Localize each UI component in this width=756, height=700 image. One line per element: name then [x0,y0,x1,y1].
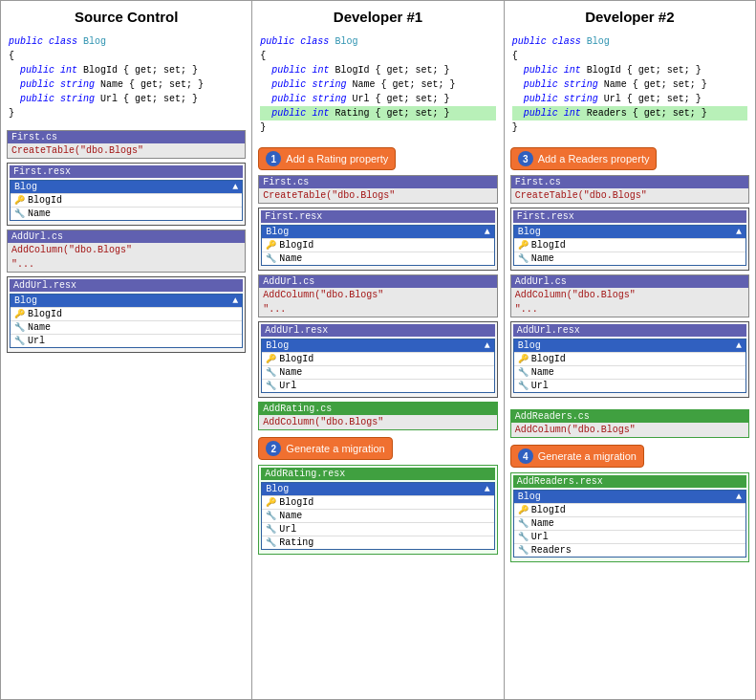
dev1-first-cs: First.cs CreateTable("dbo.Blogs" [258,175,497,204]
source-addurl-url-row: 🔧 Url [11,334,242,347]
callout-1-label: Add a Rating property [286,153,388,164]
source-control-column: Source Control public class Blog { publi… [1,1,252,699]
dev1-addurl-url-row: 🔧 Url [262,379,493,392]
dev1-addrating-name-row: 🔧 Name [262,509,493,522]
dev2-first-cs-header: First.cs [511,176,748,188]
dev2-first-name-row: 🔧 Name [514,252,745,265]
dev1-first-cs-body: CreateTable("dbo.Blogs" [259,188,496,203]
dev1-addrating-cs: AddRating.cs AddColumn("dbo.Blogs" [258,402,497,430]
source-first-entity-header: Blog ▲ [11,181,242,193]
dev2-addreaders-blogid-row: 🔑 BlogId [514,503,745,516]
dev2-addurl-blogid-row: 🔑 BlogId [514,352,745,365]
developer1-header: Developer #1 [258,9,497,25]
dev1-first-name-row: 🔧 Name [262,252,493,265]
dev2-addreaders-cs-header: AddReaders.cs [511,410,748,423]
dev1-first-resx: First.resx Blog ▲ 🔑 BlogId 🔧 Name [258,208,497,271]
field-icon-d2-3: 🔧 [518,381,529,391]
dev2-addreaders-cs-body: AddColumn("dbo.Blogs" [511,423,748,437]
source-addurl-cs-body: AddColumn("dbo.Blogs" [8,243,245,257]
dev1-addrating-url-row: 🔧 Url [262,522,493,536]
source-first-cs-header: First.cs [8,131,245,143]
dev1-first-entity-header: Blog ▲ [262,226,493,238]
dev1-addrating-resx: AddRating.resx Blog ▲ 🔑 BlogId 🔧 Name 🔧 … [258,465,497,555]
callout-4-num: 4 [518,448,533,464]
field-icon-d2-1: 🔧 [518,253,529,264]
callout-3-num: 3 [518,151,533,166]
dev1-first-blogid-row: 🔑 BlogId [262,238,493,252]
dev2-addurl-url-row: 🔧 Url [514,379,745,392]
source-first-blogid-row: 🔑 BlogId [11,193,242,207]
dev2-addurl-cs: AddUrl.cs AddColumn("dbo.Blogs" "... [510,274,749,317]
dev1-addrating-rating-row: 🔧 Rating [262,536,493,549]
dev1-addrating-blogid-row: 🔑 BlogId [262,495,493,509]
dev1-addrating-cs-body: AddColumn("dbo.Blogs" [259,415,496,429]
dev2-first-resx: First.resx Blog ▲ 🔑 BlogId 🔧 Name [510,208,749,271]
dev2-addreaders-readers-row: 🔧 Readers [514,543,745,557]
callout-2-num: 2 [266,441,281,456]
source-first-cs: First.cs CreateTable("dbo.Blogs" [7,130,246,159]
developer2-code: public class Blog { public int BlogId { … [510,33,749,137]
key-icon-d2-1: 🔑 [518,240,529,251]
source-addurl-cs: AddUrl.cs AddColumn("dbo.Blogs" "... [7,230,246,273]
dev2-addurl-entity: Blog ▲ 🔑 BlogId 🔧 Name 🔧 Url [513,339,746,393]
dev2-addreaders-resx: AddReaders.resx Blog ▲ 🔑 BlogId 🔧 Name 🔧… [510,472,749,562]
field-icon-d1-3: 🔧 [266,381,276,391]
dev1-first-entity: Blog ▲ 🔑 BlogId 🔧 Name [261,225,494,266]
dev2-first-blogid-row: 🔑 BlogId [514,238,745,252]
callout-2: 2 Generate a migration [258,437,392,460]
source-addurl-entity-header: Blog ▲ [11,295,242,307]
field-icon: 🔧 [14,208,25,219]
source-first-resx: First.resx Blog ▲ 🔑 BlogId 🔧 Name [7,163,246,226]
dev2-addreaders-entity-header: Blog ▲ [514,491,745,503]
source-addurl-resx: AddUrl.resx Blog ▲ 🔑 BlogId 🔧 Name 🔧 Url [7,276,246,353]
field-icon-d1-5: 🔧 [266,524,276,535]
dev2-addreaders-entity: Blog ▲ 🔑 BlogId 🔧 Name 🔧 Url 🔧 Rea [513,490,746,558]
dev2-addurl-resx: AddUrl.resx Blog ▲ 🔑 BlogId 🔧 Name 🔧 Url [510,321,749,398]
field-icon-d1-6: 🔧 [266,537,276,548]
dev1-addurl-entity: Blog ▲ 🔑 BlogId 🔧 Name 🔧 Url [261,339,494,393]
callout-3-label: Add a Readers property [538,153,650,164]
developer1-column: Developer #1 public class Blog { public … [252,1,504,699]
dev1-addurl-resx: AddUrl.resx Blog ▲ 🔑 BlogId 🔧 Name 🔧 Url [258,321,497,398]
callout-4: 4 Generate a migration [510,445,644,468]
dev1-addurl-cs: AddUrl.cs AddColumn("dbo.Blogs" "... [258,274,497,317]
source-addurl-entity: Blog ▲ 🔑 BlogId 🔧 Name 🔧 Url [10,294,243,348]
dev1-addurl-cs-header: AddUrl.cs [259,275,496,288]
developer2-header: Developer #2 [510,9,749,25]
source-first-entity: Blog ▲ 🔑 BlogId 🔧 Name [10,180,243,221]
source-addurl-cs-header: AddUrl.cs [8,230,245,243]
dev1-addurl-entity-header: Blog ▲ [262,339,493,352]
field-icon-d2-6: 🔧 [518,545,529,556]
field-icon-d2-5: 🔧 [518,532,529,542]
dev2-first-entity-header: Blog ▲ [514,226,745,238]
callout-3: 3 Add a Readers property [510,147,658,170]
dev2-first-cs-body: CreateTable("dbo.Blogs" [511,188,748,203]
dev2-addurl-name-row: 🔧 Name [514,365,745,379]
developer1-code: public class Blog { public int BlogId { … [258,33,497,137]
dev1-addrating-entity: Blog ▲ 🔑 BlogId 🔧 Name 🔧 Url 🔧 Rat [261,482,494,550]
field-icon-d2-4: 🔧 [518,518,529,529]
dev2-addreaders-name-row: 🔧 Name [514,516,745,530]
field-icon-2: 🔧 [14,322,25,333]
source-control-code: public class Blog { public int BlogId { … [7,33,246,122]
developer2-column: Developer #2 public class Blog { public … [505,1,755,699]
callout-2-label: Generate a migration [286,443,384,454]
field-icon-3: 🔧 [14,336,25,346]
dev1-addurl-name-row: 🔧 Name [262,365,493,379]
dev2-addreaders-url-row: 🔧 Url [514,530,745,543]
main-container: Source Control public class Blog { publi… [0,0,756,700]
dev2-addurl-cs-body: AddColumn("dbo.Blogs" [511,288,748,302]
field-icon-d1-2: 🔧 [266,367,276,378]
field-icon-d1-4: 🔧 [266,511,276,521]
key-icon-d1-2: 🔑 [266,354,276,364]
dev2-addreaders-cs: AddReaders.cs AddColumn("dbo.Blogs" [510,409,749,438]
source-first-cs-body: CreateTable("dbo.Blogs" [8,143,245,158]
key-icon-d1-3: 🔑 [266,497,276,508]
key-icon: 🔑 [14,195,25,206]
key-icon-d2-2: 🔑 [518,354,529,364]
dev1-addurl-cs-body: AddColumn("dbo.Blogs" [259,288,496,302]
source-addurl-blogid-row: 🔑 BlogId [11,307,242,320]
key-icon-d2-3: 🔑 [518,505,529,515]
callout-1-num: 1 [266,151,281,166]
dev1-first-cs-header: First.cs [259,176,496,188]
